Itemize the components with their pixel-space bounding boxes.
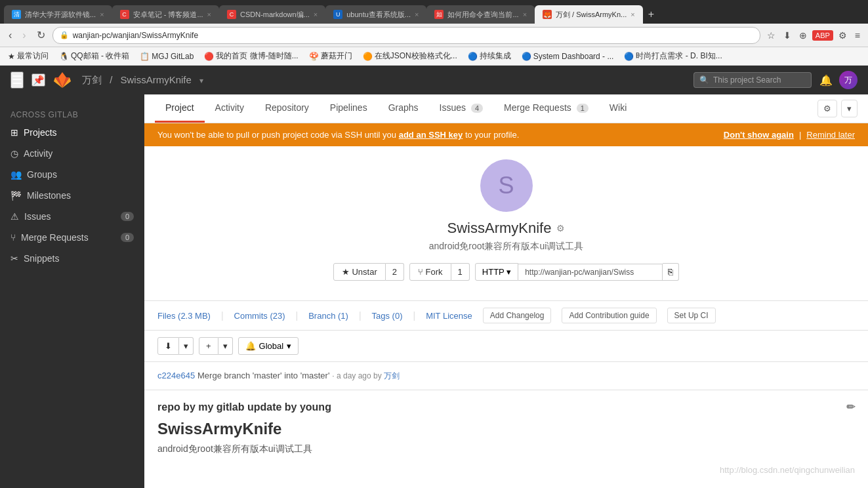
add-changelog-button[interactable]: Add Changelog: [483, 308, 552, 323]
commits-link[interactable]: Commits (23): [234, 311, 285, 321]
download-button[interactable]: ⬇: [781, 29, 794, 42]
copy-url-button[interactable]: ⎘: [663, 263, 679, 281]
dont-show-again-link[interactable]: Don't show again: [724, 130, 794, 140]
add-button[interactable]: +: [199, 337, 218, 355]
tab-issues[interactable]: Issues 4: [429, 94, 493, 123]
tab-close-1[interactable]: ×: [100, 10, 104, 18]
notification-button[interactable]: 🔔 Global ▾: [238, 337, 299, 355]
breadcrumb-repo[interactable]: SwissArmyKnife: [121, 74, 192, 85]
tab-wiki[interactable]: Wiki: [599, 94, 637, 123]
add-contribution-button[interactable]: Add Contribution guide: [562, 308, 656, 323]
clone-url-field[interactable]: http://wanjian-pc/wanjian/Swiss: [518, 264, 663, 281]
forward-button[interactable]: ›: [19, 28, 29, 43]
sidebar-item-activity[interactable]: ◷ Activity: [0, 143, 144, 164]
sidebar-item-snippets[interactable]: ✂ Snippets: [0, 248, 144, 269]
project-settings-icon[interactable]: ⚙: [556, 223, 565, 234]
browser-tab-2[interactable]: C 安卓笔记 - 博客频道... ×: [112, 5, 219, 24]
files-link[interactable]: Files (2.3 MB): [157, 311, 211, 321]
bookmark-frequently-visited[interactable]: ★ 最常访问: [5, 49, 51, 63]
bookmark-ci[interactable]: 🔵 持续集成: [465, 49, 514, 63]
sidebar-item-projects[interactable]: ⊞ Projects: [0, 122, 144, 143]
bookmark-system-dashboard[interactable]: 🔵 System Dashboard - ...: [519, 51, 617, 62]
fork-button[interactable]: ⑂ Fork: [409, 263, 451, 281]
browser-tab-1[interactable]: 清 清华大学开源软件镜... ×: [4, 5, 112, 24]
new-tab-button[interactable]: +: [643, 5, 659, 24]
issues-tab-badge: 4: [471, 104, 483, 113]
extension-button[interactable]: ⚙: [836, 29, 850, 42]
remind-later-link[interactable]: Remind later: [806, 130, 855, 140]
tab-repository[interactable]: Repository: [255, 94, 320, 123]
tab-merge-requests[interactable]: Merge Requests 1: [493, 94, 599, 123]
weibo-icon: 🔴: [204, 52, 214, 61]
ssh-banner-text: You won't be able to pull or push projec…: [157, 130, 519, 140]
user-avatar[interactable]: 万: [839, 71, 858, 89]
bookmark-mgj[interactable]: 📋 MGJ GitLab: [137, 51, 196, 62]
bookmark-fashion[interactable]: 🔵 时尚打点需求 - D. BI知...: [621, 49, 724, 63]
reload-button[interactable]: ↻: [33, 28, 49, 43]
sidebar-pin-button[interactable]: 📌: [31, 73, 45, 87]
tab-project[interactable]: Project: [155, 94, 205, 123]
header-search-box[interactable]: 🔍: [693, 72, 812, 88]
add-dropdown-button[interactable]: ▾: [218, 337, 233, 355]
mgj-icon: 📋: [140, 52, 150, 61]
sidebar-merge-label: Merge Requests: [21, 232, 89, 243]
branch-meta[interactable]: Branch (1): [308, 311, 348, 321]
tab-close-3[interactable]: ×: [314, 10, 318, 18]
http-dropdown-button[interactable]: HTTP ▾: [475, 263, 518, 281]
sidebar-item-issues[interactable]: ⚠ Issues 0: [0, 206, 144, 227]
tab-close-2[interactable]: ×: [207, 10, 211, 18]
bookmark-qq[interactable]: 🐧 QQ邮箱 - 收件箱: [56, 49, 132, 63]
files-meta[interactable]: Files (2.3 MB): [157, 311, 211, 321]
tab-close-6[interactable]: ×: [630, 10, 634, 18]
breadcrumb-dropdown-icon[interactable]: ▾: [199, 76, 203, 85]
tags-meta[interactable]: Tags (0): [372, 311, 403, 321]
tab-close-4[interactable]: ×: [415, 10, 419, 18]
star-count[interactable]: 2: [386, 263, 404, 281]
commit-author-link[interactable]: 万剑: [384, 371, 400, 380]
settings-gear-button[interactable]: ⚙: [817, 100, 837, 117]
tab-pipelines[interactable]: Pipelines: [320, 94, 378, 123]
bookmark-mogu[interactable]: 🍄 蘑菇开门: [306, 49, 355, 63]
sidebar: Across GitLab ⊞ Projects ◷ Activity 👥 Gr…: [0, 94, 144, 488]
tags-link[interactable]: Tags (0): [372, 311, 403, 321]
branch-link[interactable]: Branch (1): [308, 311, 348, 321]
bookmark-star-button[interactable]: ☆: [764, 29, 778, 42]
bookmark-json[interactable]: 🟠 在线JSON校验格式化...: [360, 49, 460, 63]
project-name: SwissArmyKnife ⚙: [447, 220, 566, 237]
browser-tab-3[interactable]: C CSDN-markdown编... ×: [219, 5, 325, 24]
setup-ci-button[interactable]: Set Up CI: [667, 308, 716, 323]
settings-dropdown-button[interactable]: ▾: [841, 100, 858, 117]
sidebar-projects-label: Projects: [24, 127, 57, 138]
add-ssh-key-link-text[interactable]: add an SSH key: [399, 130, 463, 140]
header-search-input[interactable]: [713, 75, 798, 85]
commits-meta[interactable]: Commits (23): [234, 311, 285, 321]
tab-activity[interactable]: Activity: [205, 94, 255, 123]
address-bar[interactable]: 🔒 wanjian-pc/wanjian/SwissArmyKnife: [52, 27, 760, 44]
sidebar-toggle-button[interactable]: ☰: [10, 71, 24, 89]
sidebar-item-milestones[interactable]: 🏁 Milestones: [0, 185, 144, 206]
tab-close-5[interactable]: ×: [523, 10, 527, 18]
tab-graphs[interactable]: Graphs: [378, 94, 429, 123]
browser-tab-5[interactable]: 如 如何用命令查询当前... ×: [426, 5, 535, 24]
breadcrumb-owner[interactable]: 万剑: [82, 74, 102, 85]
notifications-button[interactable]: 🔔: [819, 74, 833, 87]
download-button[interactable]: ⬇: [157, 337, 179, 355]
zoom-button[interactable]: ⊕: [796, 29, 810, 42]
license-meta[interactable]: MIT License: [426, 311, 472, 321]
readme-edit-icon[interactable]: ✏: [846, 401, 855, 413]
breadcrumb-separator: /: [110, 74, 112, 85]
sidebar-item-groups[interactable]: 👥 Groups: [0, 164, 144, 185]
license-link[interactable]: MIT License: [426, 311, 472, 321]
commit-hash-link[interactable]: c224e645: [157, 371, 195, 380]
adblock-button[interactable]: ABP: [812, 30, 833, 41]
browser-tab-6[interactable]: 🦊 万剑 / SwissArmyKn... ×: [535, 5, 643, 24]
fork-count[interactable]: 1: [451, 263, 470, 281]
browser-tabs-bar: 清 清华大学开源软件镜... × C 安卓笔记 - 博客频道... × C CS…: [0, 0, 868, 24]
menu-button[interactable]: ≡: [852, 29, 863, 42]
back-button[interactable]: ‹: [5, 28, 15, 43]
unstar-button[interactable]: ★ Unstar: [333, 263, 386, 281]
browser-tab-4[interactable]: U ubuntu查看系统版... ×: [325, 5, 426, 24]
sidebar-item-merge-requests[interactable]: ⑂ Merge Requests 0: [0, 227, 144, 248]
download-dropdown-button[interactable]: ▾: [179, 337, 194, 355]
bookmark-weibo[interactable]: 🔴 我的首页 微博-随时随...: [201, 49, 300, 63]
